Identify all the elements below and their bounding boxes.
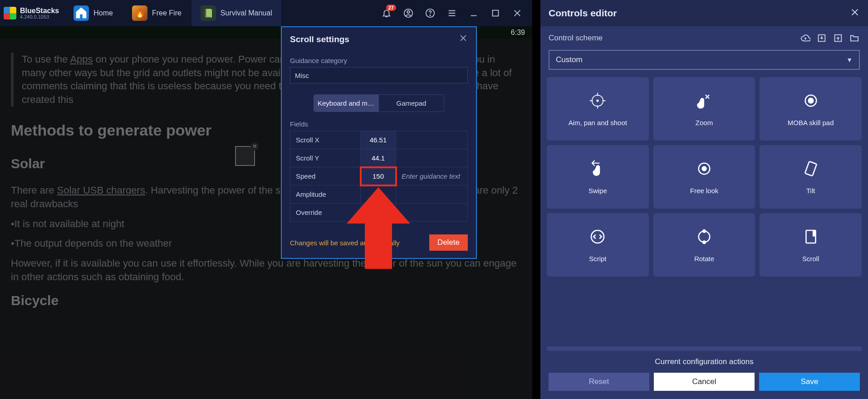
field-guide-scrolly[interactable] bbox=[396, 149, 468, 167]
control-tile-label: MOBA skill pad bbox=[785, 119, 837, 127]
cancel-button[interactable]: Cancel bbox=[654, 373, 755, 391]
account-icon[interactable] bbox=[402, 6, 415, 20]
control-tile-ring[interactable]: MOBA skill pad bbox=[760, 77, 862, 141]
code-icon bbox=[588, 227, 608, 247]
crosshair-icon bbox=[588, 91, 608, 111]
notification-badge: 27 bbox=[386, 5, 396, 11]
tab-freefire[interactable]: 🔥 Free Fire bbox=[123, 0, 191, 26]
control-tile-swipe[interactable]: Swipe bbox=[547, 145, 649, 209]
modal-title: Scroll settings bbox=[290, 34, 349, 44]
field-guide-speed[interactable]: Enter guidance text bbox=[396, 167, 468, 185]
field-value-scrolly[interactable]: 44.1 bbox=[361, 149, 396, 167]
control-tile-tilt[interactable]: Tilt bbox=[760, 145, 862, 209]
pinch-icon bbox=[694, 91, 714, 111]
control-tile-label: Script bbox=[586, 255, 609, 263]
segment-gamepad[interactable]: Gamepad bbox=[379, 95, 444, 112]
app-name: BlueStacks bbox=[20, 7, 59, 15]
svg-point-16 bbox=[703, 241, 705, 243]
cloud-upload-icon[interactable] bbox=[800, 33, 811, 44]
minimize-icon[interactable] bbox=[467, 6, 481, 20]
save-button[interactable]: Save bbox=[759, 373, 860, 391]
control-tile-label: Tilt bbox=[804, 187, 818, 195]
svg-rect-12 bbox=[805, 161, 817, 176]
field-guide-amplitude[interactable] bbox=[396, 185, 468, 204]
tab-label: Free Fire bbox=[152, 9, 181, 17]
guidance-category-label: Guidance category bbox=[290, 57, 468, 64]
svg-point-11 bbox=[702, 167, 706, 171]
current-config-label: Current configuration actions bbox=[549, 357, 860, 366]
field-label-amplitude: Amplitude bbox=[290, 185, 361, 204]
control-tile-label: Free look bbox=[687, 187, 721, 195]
segment-keyboard-mouse[interactable]: Keyboard and mo... bbox=[314, 95, 379, 112]
field-value-scrollx[interactable]: 46.51 bbox=[361, 131, 396, 149]
control-tile-rotate[interactable]: Rotate bbox=[653, 213, 755, 277]
control-tile-label: Aim, pan and shoot bbox=[566, 119, 630, 127]
field-value-amplitude[interactable] bbox=[361, 185, 396, 204]
tab-home[interactable]: Home bbox=[64, 0, 122, 26]
panel-close-icon[interactable] bbox=[850, 7, 860, 19]
field-value-override[interactable] bbox=[361, 204, 396, 222]
export-icon[interactable] bbox=[833, 33, 843, 44]
scroll-settings-modal: Scroll settings Guidance category Keyboa… bbox=[281, 26, 477, 259]
field-label-scrolly: Scroll Y bbox=[290, 149, 361, 167]
panel-divider bbox=[547, 346, 862, 351]
svg-point-15 bbox=[703, 230, 705, 232]
control-tile-label: Rotate bbox=[691, 255, 717, 263]
field-value-speed[interactable]: 150 bbox=[361, 167, 396, 185]
scroll-icon bbox=[801, 227, 821, 247]
field-label-override: Override bbox=[290, 204, 361, 222]
folder-icon[interactable] bbox=[849, 33, 860, 44]
svg-point-7 bbox=[597, 100, 599, 102]
tilt-icon bbox=[801, 159, 821, 179]
rotate-icon bbox=[694, 227, 714, 247]
help-icon[interactable] bbox=[423, 6, 437, 20]
app-version: 4.240.0.1053 bbox=[20, 15, 59, 19]
maximize-icon[interactable] bbox=[489, 6, 502, 20]
delete-button[interactable]: Delete bbox=[429, 234, 468, 251]
chevron-down-icon: ▼ bbox=[846, 56, 853, 63]
field-guide-scrollx[interactable] bbox=[396, 131, 468, 149]
autosave-text: Changes will be saved automatically bbox=[290, 239, 400, 247]
control-tile-pinch[interactable]: Zoom bbox=[653, 77, 755, 141]
freefire-icon: 🔥 bbox=[132, 5, 147, 21]
fields-label: Fields bbox=[290, 120, 468, 128]
control-scheme-label: Control scheme bbox=[549, 34, 603, 43]
control-tile-crosshair[interactable]: Aim, pan and shoot bbox=[547, 77, 649, 141]
field-guide-override[interactable] bbox=[396, 204, 468, 222]
reset-button[interactable]: Reset bbox=[549, 373, 649, 391]
import-icon[interactable] bbox=[816, 33, 827, 44]
close-icon[interactable] bbox=[510, 6, 524, 20]
manual-icon: 📗 bbox=[201, 5, 216, 21]
svg-rect-18 bbox=[813, 231, 815, 236]
tab-label: Survival Manual bbox=[221, 9, 272, 17]
tab-survival-manual[interactable]: 📗 Survival Manual bbox=[191, 0, 281, 26]
swipe-icon bbox=[588, 159, 608, 179]
panel-title: Controls editor bbox=[549, 8, 617, 19]
svg-point-1 bbox=[407, 11, 410, 14]
svg-point-9 bbox=[808, 98, 813, 103]
eye-icon bbox=[694, 159, 714, 179]
control-tile-label: Swipe bbox=[586, 187, 610, 195]
control-tile-scroll[interactable]: Scroll bbox=[760, 213, 862, 277]
control-tile-label: Scroll bbox=[799, 255, 822, 263]
scheme-select[interactable]: Custom ▼ bbox=[549, 50, 860, 70]
control-tile-label: Zoom bbox=[693, 119, 716, 127]
control-tile-eye[interactable]: Free look bbox=[653, 145, 755, 209]
field-label-scrollx: Scroll X bbox=[290, 131, 361, 149]
svg-point-3 bbox=[430, 15, 430, 15]
scheme-select-value: Custom bbox=[556, 55, 583, 64]
home-icon bbox=[74, 5, 89, 21]
modal-close-icon[interactable] bbox=[459, 34, 468, 45]
hamburger-icon[interactable] bbox=[445, 6, 459, 20]
bluestacks-logo bbox=[4, 7, 16, 19]
control-tile-code[interactable]: Script bbox=[547, 213, 649, 277]
ring-icon bbox=[801, 91, 821, 111]
notifications-icon[interactable]: 27 bbox=[380, 6, 393, 20]
svg-rect-4 bbox=[493, 10, 499, 16]
tab-label: Home bbox=[93, 9, 113, 17]
status-time: 6:39 bbox=[511, 29, 525, 37]
field-label-speed: Speed bbox=[290, 167, 361, 185]
guidance-category-input[interactable] bbox=[290, 67, 468, 83]
